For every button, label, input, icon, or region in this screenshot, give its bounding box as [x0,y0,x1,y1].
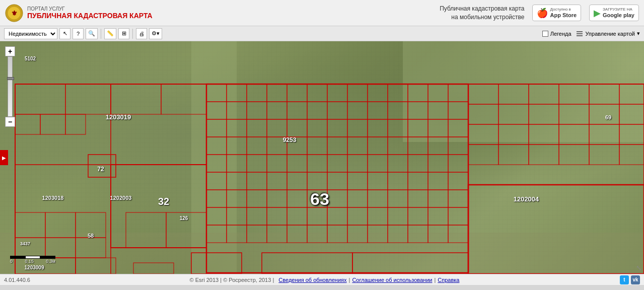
google-play-label: ЗАГРУЗИТЕ НА Google play [603,7,634,19]
cadastral-overlay: 1203019 9253 63 1203018 1202003 32 72 12… [0,41,644,274]
apple-icon: 🍎 [537,8,548,19]
svg-rect-5 [577,35,583,36]
svg-text:1202003: 1202003 [110,195,132,201]
legend-checkbox[interactable] [542,31,548,37]
footer-social: t vk [620,275,640,284]
scale-label-0: 0 [10,259,13,264]
toolbar: Недвижимость ↖ ? 🔍 📏 ⊞ 🖨 ⚙▾ Легенда Упра… [0,26,644,41]
print-tool-button[interactable]: 🖨 [136,28,147,39]
svg-text:32: 32 [158,196,169,207]
toolbar-separator-2 [132,29,133,39]
header-left: ⚜ ПОРТАЛ УСЛУГ ПУБЛИЧНАЯ КАДАСТРОВАЯ КАР… [5,4,153,22]
svg-text:63: 63 [310,189,329,208]
version-label: 4.01.440.6 [4,277,30,283]
measure-tool-button[interactable]: 📏 [104,28,116,39]
map-container[interactable]: 1203019 9253 63 1203018 1202003 32 72 12… [0,41,644,274]
info-tool-button[interactable]: ? [73,28,84,39]
footer: 4.01.440.6 © Esri 2013 | © Росреестр, 20… [0,274,644,285]
grid-tool-button[interactable]: ⊞ [118,28,129,39]
app-store-button[interactable]: 🍎 Доступно в App Store [532,5,581,21]
app-store-label: Доступно в App Store [550,7,577,19]
svg-text:1203018: 1203018 [42,195,64,201]
cursor-tool-button[interactable]: ↖ [59,28,70,39]
svg-text:126: 126 [180,215,188,221]
map-title: ПУБЛИЧНАЯ КАДАСТРОВАЯ КАРТА [27,12,153,20]
manage-map-toggle[interactable]: Управление картой ▾ [576,30,640,38]
svg-rect-4 [577,33,583,34]
scale-bar: 0 0,15 0,3м [10,256,55,264]
arrow-right-icon: ▶ [2,155,6,161]
svg-rect-3 [577,31,583,32]
resize-handle[interactable]: ⤡ [636,264,642,272]
layers-icon [576,30,584,38]
svg-text:1202004: 1202004 [514,195,539,203]
toolbar-right: Легенда Управление картой ▾ [542,30,640,38]
manage-map-label: Управление картой [586,31,635,37]
portal-logo: ⚜ [5,4,23,22]
updates-link[interactable]: Сведения об обновлениях [278,277,346,283]
manage-map-dropdown-icon: ▾ [637,30,640,37]
scale-label-max: 0,3м [46,259,55,264]
portal-label: ПОРТАЛ УСЛУГ [27,6,153,12]
svg-rect-9 [403,41,644,142]
scale-label-mid: 0,15 [25,259,34,264]
footer-links: © Esri 2013 | © Росреестр, 2013 | Сведен… [190,277,461,283]
zoom-in-button[interactable]: + [5,46,15,56]
svg-text:1203009: 1203009 [25,265,44,270]
android-icon: ▶ [594,8,601,19]
zoom-thumb[interactable] [7,77,14,80]
help-link[interactable]: Справка [438,277,459,283]
svg-text:72: 72 [97,166,104,173]
google-play-button[interactable]: ▶ ЗАГРУЗИТЕ НА Google play [589,5,639,21]
toolbar-separator-1 [101,29,101,39]
legend-label: Легенда [550,31,571,37]
toolbar-left: Недвижимость ↖ ? 🔍 📏 ⊞ 🖨 ⚙▾ [4,28,162,39]
legend-toggle[interactable]: Легенда [542,31,571,37]
svg-text:9253: 9253 [283,136,297,143]
layer-select[interactable]: Недвижимость [4,28,57,39]
svg-text:1203019: 1203019 [106,113,131,121]
header-right: Публичная кадастровая карта на мобильном… [440,5,639,22]
header-titles: ПОРТАЛ УСЛУГ ПУБЛИЧНАЯ КАДАСТРОВАЯ КАРТА [27,6,153,20]
license-link[interactable]: Соглашение об использовании [352,277,432,283]
vk-button[interactable]: vk [631,275,640,284]
svg-text:69: 69 [605,114,611,120]
header: ⚜ ПОРТАЛ УСЛУГ ПУБЛИЧНАЯ КАДАСТРОВАЯ КАР… [0,0,644,26]
svg-text:⚜: ⚜ [11,9,18,17]
sidebar-collapse-button[interactable]: ▶ [0,150,8,165]
mobile-availability-text: Публичная кадастровая карта на мобильном… [440,5,524,22]
twitter-button[interactable]: t [620,275,629,284]
settings-tool-button[interactable]: ⚙▾ [149,28,162,39]
zoom-controls: + − [5,46,15,127]
svg-text:3437: 3437 [20,241,30,246]
zoom-slider[interactable] [8,56,13,117]
zoom-out-button[interactable]: − [5,117,15,127]
svg-text:5102: 5102 [25,56,36,61]
footer-copyright: © Esri 2013 | © Росреестр, 2013 | [190,277,274,283]
svg-text:58: 58 [88,233,94,239]
svg-rect-8 [0,233,644,274]
search-tool-button[interactable]: 🔍 [86,28,98,39]
